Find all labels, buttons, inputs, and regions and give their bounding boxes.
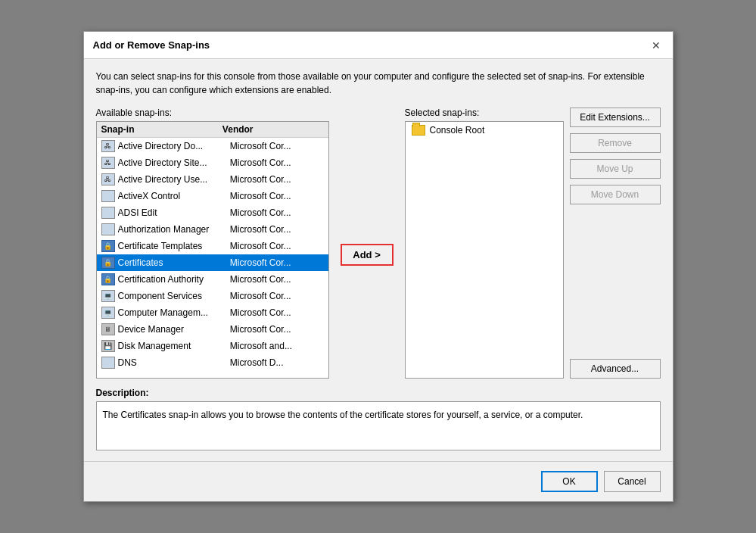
footer: OK Cancel — [84, 461, 673, 501]
available-snapins-panel: Available snap-ins: Snap-in Vendor 🖧Acti… — [96, 108, 329, 379]
snapin-icon — [101, 223, 115, 235]
move-up-button[interactable]: Move Up — [570, 159, 661, 179]
snapin-name: DNS — [118, 357, 230, 368]
add-remove-snapins-dialog: Add or Remove Snap-ins ✕ You can select … — [83, 31, 674, 502]
folder-icon — [412, 125, 425, 136]
snapin-icon — [101, 190, 115, 202]
selected-snapins-panel: Selected snap-ins: Console Root — [405, 108, 564, 379]
snapin-vendor: Microsoft and... — [230, 341, 324, 351]
snapin-icon: 💻 — [101, 290, 115, 302]
selected-list: Console Root — [405, 121, 564, 379]
col-snapin-header: Snap-in — [101, 124, 222, 135]
snapin-vendor: Microsoft Cor... — [230, 157, 324, 168]
snapin-vendor: Microsoft Cor... — [230, 191, 324, 201]
snapin-name: Certificate Templates — [118, 241, 230, 251]
snapin-icon: 🖥 — [101, 323, 115, 335]
snapin-icon — [101, 207, 115, 219]
dialog-body: You can select snap-ins for this console… — [84, 59, 673, 461]
close-button[interactable]: ✕ — [649, 38, 664, 53]
col-vendor-header: Vendor — [222, 124, 324, 135]
snapin-icon — [101, 357, 115, 369]
selected-label: Selected snap-ins: — [405, 108, 564, 118]
selected-item-name: Console Root — [430, 125, 485, 136]
list-item[interactable]: 🔒Certification AuthorityMicrosoft Cor... — [97, 271, 328, 288]
snapin-icon: 🔒 — [101, 240, 115, 252]
move-down-button[interactable]: Move Down — [570, 185, 661, 204]
cancel-button[interactable]: Cancel — [604, 471, 661, 492]
snapin-name: ActiveX Control — [118, 191, 230, 201]
remove-button[interactable]: Remove — [570, 133, 661, 153]
list-item[interactable]: ADSI EditMicrosoft Cor... — [97, 204, 328, 221]
available-snapins-list: Snap-in Vendor 🖧Active Directory Do...Mi… — [96, 121, 329, 379]
action-buttons-panel: Edit Extensions... Remove Move Up Move D… — [570, 108, 661, 379]
snapin-vendor: Microsoft Cor... — [230, 307, 324, 318]
list-item[interactable]: 💻Computer Managem...Microsoft Cor... — [97, 304, 328, 321]
description-text: The Certificates snap-in allows you to b… — [96, 401, 661, 450]
right-panel: Selected snap-ins: Console Root Edit Ext… — [405, 108, 661, 379]
list-item[interactable]: Authorization ManagerMicrosoft Cor... — [97, 221, 328, 238]
snapin-name: Disk Management — [118, 341, 230, 351]
snapin-icon: 💻 — [101, 307, 115, 319]
snapin-vendor: Microsoft Cor... — [230, 141, 324, 151]
snapin-icon: 🖧 — [101, 140, 115, 152]
title-bar: Add or Remove Snap-ins ✕ — [84, 32, 673, 59]
snapin-vendor: Microsoft Cor... — [230, 291, 324, 301]
list-item[interactable]: 🖧Active Directory Site...Microsoft Cor..… — [97, 154, 328, 171]
snapin-icon: 🖧 — [101, 173, 115, 185]
selected-item[interactable]: Console Root — [406, 122, 563, 139]
snapin-vendor: Microsoft Cor... — [230, 241, 324, 251]
snapin-name: Device Manager — [118, 324, 230, 335]
snapin-vendor: Microsoft Cor... — [230, 207, 324, 218]
snapin-name: Active Directory Do... — [118, 141, 230, 151]
snapin-icon: 🖧 — [101, 157, 115, 169]
snapin-name: Active Directory Use... — [118, 174, 230, 185]
snapin-scroll[interactable]: 🖧Active Directory Do...Microsoft Cor...🖧… — [97, 138, 328, 378]
snapin-icon: 🔒 — [101, 273, 115, 285]
list-item[interactable]: 🖧Active Directory Do...Microsoft Cor... — [97, 138, 328, 154]
snapin-vendor: Microsoft Cor... — [230, 257, 324, 268]
add-button[interactable]: Add > — [341, 244, 394, 266]
snapin-vendor: Microsoft Cor... — [230, 174, 324, 185]
list-item[interactable]: 🔒Certificate TemplatesMicrosoft Cor... — [97, 238, 328, 254]
list-item[interactable]: ActiveX ControlMicrosoft Cor... — [97, 188, 328, 204]
list-item[interactable]: DNSMicrosoft D... — [97, 354, 328, 371]
list-item[interactable]: 💻Component ServicesMicrosoft Cor... — [97, 288, 328, 304]
edit-extensions-button[interactable]: Edit Extensions... — [570, 108, 661, 127]
description-label: Description: — [96, 388, 661, 398]
middle-panel: Add > — [337, 108, 397, 379]
list-item[interactable]: 💾Disk ManagementMicrosoft and... — [97, 338, 328, 354]
snapin-name: Certificates — [118, 257, 230, 268]
snapin-name: Active Directory Site... — [118, 157, 230, 168]
snapin-name: Certification Authority — [118, 274, 230, 285]
snapin-vendor: Microsoft Cor... — [230, 324, 324, 335]
list-item[interactable]: 🔒CertificatesMicrosoft Cor... — [97, 254, 328, 271]
main-area: Available snap-ins: Snap-in Vendor 🖧Acti… — [96, 108, 661, 379]
snapin-name: ADSI Edit — [118, 207, 230, 218]
ok-button[interactable]: OK — [541, 471, 598, 492]
snapin-name: Component Services — [118, 291, 230, 301]
snapin-vendor: Microsoft Cor... — [230, 224, 324, 235]
list-item[interactable]: 🖧Active Directory Use...Microsoft Cor... — [97, 171, 328, 188]
snapin-icon: 🔒 — [101, 257, 115, 269]
snapin-vendor: Microsoft D... — [230, 357, 324, 368]
advanced-button[interactable]: Advanced... — [570, 359, 661, 379]
dialog-title: Add or Remove Snap-ins — [93, 39, 210, 51]
list-item[interactable]: 🖥Device ManagerMicrosoft Cor... — [97, 321, 328, 338]
snapin-vendor: Microsoft Cor... — [230, 274, 324, 285]
list-header: Snap-in Vendor — [97, 122, 328, 138]
intro-text: You can select snap-ins for this console… — [96, 70, 661, 97]
spacer — [570, 210, 661, 353]
description-section: Description: The Certificates snap-in al… — [96, 388, 661, 450]
snapin-name: Computer Managem... — [118, 307, 230, 318]
snapin-icon: 💾 — [101, 340, 115, 352]
available-label: Available snap-ins: — [96, 108, 329, 118]
snapin-name: Authorization Manager — [118, 224, 230, 235]
